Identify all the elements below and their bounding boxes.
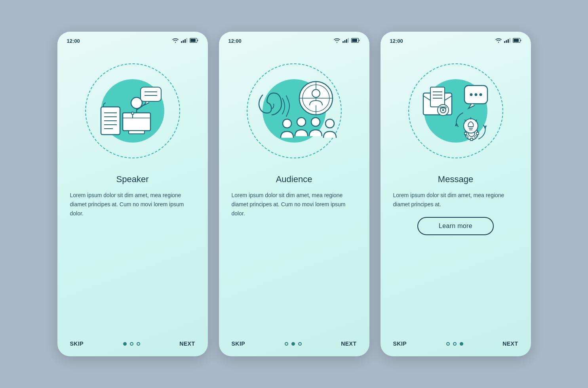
- status-bar-3: 12:00: [381, 32, 531, 48]
- signal-icon-3: [504, 37, 510, 44]
- audience-dots: [285, 342, 302, 346]
- svg-line-72: [476, 120, 477, 121]
- status-icons-1: [172, 37, 198, 44]
- speaker-icon: [89, 67, 176, 154]
- battery-icon-2: [351, 37, 360, 44]
- svg-point-34: [283, 119, 291, 128]
- speaker-title: Speaker: [70, 174, 195, 184]
- svg-rect-60: [470, 138, 473, 141]
- speaker-dashed-circle: [85, 63, 180, 158]
- svg-rect-12: [123, 113, 150, 131]
- svg-rect-39: [506, 40, 507, 43]
- message-screen: 12:00: [381, 32, 531, 356]
- audience-dashed-circle: [247, 63, 342, 158]
- svg-point-19: [131, 112, 134, 114]
- svg-rect-1: [183, 40, 184, 43]
- speaker-next-button[interactable]: NEXT: [179, 340, 195, 347]
- speaker-screen: 12:00: [57, 32, 208, 356]
- learn-more-button[interactable]: Learn more: [417, 217, 494, 235]
- audience-screen: 12:00: [219, 32, 369, 356]
- svg-rect-45: [430, 87, 445, 107]
- status-icons-3: [495, 37, 521, 44]
- dot-1-3: [137, 342, 140, 346]
- message-title: Message: [393, 174, 518, 184]
- message-dashed-circle: [408, 63, 503, 158]
- svg-point-35: [297, 118, 306, 126]
- signal-icon: [181, 37, 187, 44]
- svg-line-71: [465, 120, 466, 121]
- dot-3-2: [453, 342, 457, 346]
- svg-rect-5: [190, 39, 196, 42]
- wifi-icon-3: [495, 37, 502, 44]
- svg-rect-25: [346, 39, 347, 43]
- speaker-content: Speaker Lorem ipsum dolor sit dim amet, …: [57, 174, 208, 333]
- speaker-illustration: [57, 48, 208, 174]
- message-dots: [446, 342, 463, 346]
- svg-rect-62: [476, 132, 479, 135]
- status-time-2: 12:00: [228, 38, 242, 44]
- audience-body: Lorem ipsum dolor sit dim amet, mea regi…: [232, 191, 357, 218]
- svg-rect-14: [129, 131, 145, 134]
- svg-point-56: [479, 93, 482, 96]
- screens-container: 12:00: [57, 32, 531, 356]
- message-content: Message Lorem ipsum dolor sit dim amet, …: [381, 174, 531, 333]
- audience-icon: [251, 67, 338, 154]
- audience-next-button[interactable]: NEXT: [341, 340, 356, 347]
- signal-icon-2: [343, 37, 349, 44]
- dot-1-1: [123, 342, 127, 346]
- message-skip-button[interactable]: SKIP: [393, 340, 407, 347]
- audience-content: Audience Lorem ipsum dolor sit dim amet,…: [219, 174, 369, 333]
- svg-rect-41: [509, 38, 510, 43]
- battery-icon-3: [513, 37, 521, 44]
- dot-2-1: [285, 342, 288, 346]
- status-icons-2: [334, 37, 360, 44]
- wifi-icon-2: [334, 37, 340, 44]
- audience-title: Audience: [232, 174, 357, 184]
- svg-point-36: [311, 118, 320, 126]
- svg-point-55: [474, 93, 477, 96]
- speaker-skip-button[interactable]: SKIP: [70, 340, 84, 347]
- message-bottom-nav: SKIP NEXT: [381, 333, 531, 356]
- dot-3-1: [446, 342, 450, 346]
- svg-rect-28: [352, 39, 357, 42]
- svg-rect-61: [464, 132, 467, 135]
- status-bar-1: 12:00: [57, 32, 208, 48]
- dot-2-3: [298, 342, 302, 346]
- status-time-1: 12:00: [67, 38, 80, 44]
- status-bar-2: 12:00: [219, 32, 369, 48]
- svg-point-54: [470, 93, 472, 96]
- message-next-button[interactable]: NEXT: [502, 340, 518, 347]
- svg-rect-43: [514, 39, 519, 42]
- svg-rect-38: [504, 41, 505, 43]
- svg-rect-40: [508, 39, 509, 43]
- svg-rect-2: [185, 39, 186, 43]
- status-time-3: 12:00: [390, 38, 403, 44]
- battery-icon: [190, 37, 198, 44]
- svg-rect-23: [343, 41, 344, 43]
- audience-skip-button[interactable]: SKIP: [232, 340, 245, 347]
- speaker-bottom-nav: SKIP NEXT: [57, 333, 208, 356]
- audience-illustration: [219, 48, 369, 174]
- speaker-dots: [123, 342, 140, 346]
- wifi-icon: [172, 37, 179, 44]
- svg-rect-0: [181, 41, 182, 43]
- dot-2-2: [291, 342, 295, 346]
- audience-bottom-nav: SKIP NEXT: [219, 333, 369, 356]
- speaker-body: Lorem ipsum dolor sit dim amet, mea regi…: [70, 191, 195, 218]
- dot-3-3: [460, 342, 463, 346]
- svg-rect-24: [344, 40, 345, 43]
- svg-rect-20: [141, 87, 161, 101]
- svg-point-37: [325, 119, 334, 128]
- message-body: Lorem ipsum dolor sit dim amet, mea regi…: [393, 191, 518, 209]
- message-icon: [412, 67, 499, 154]
- dot-1-2: [130, 342, 133, 346]
- svg-rect-26: [348, 38, 349, 43]
- svg-point-51: [442, 109, 444, 111]
- message-illustration: [381, 48, 531, 174]
- svg-rect-3: [186, 38, 187, 43]
- svg-point-33: [312, 89, 320, 97]
